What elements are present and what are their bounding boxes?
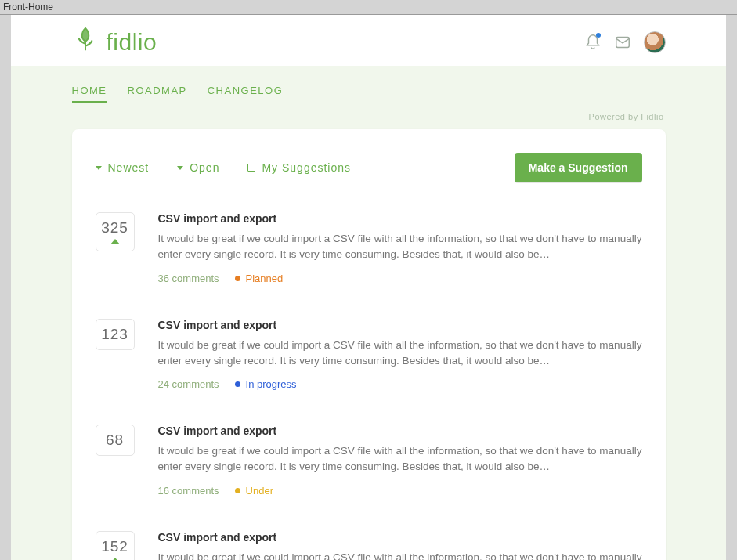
comment-count[interactable]: 36 comments [158,273,219,284]
vote-count: 123 [101,326,128,343]
svg-rect-0 [616,37,629,47]
app-shell: fidlio HOMEROADMAPCHANGELOG Powered by F… [11,15,726,560]
status-dot-icon [235,488,240,493]
sort-filter[interactable]: Newest [96,161,150,174]
suggestion-body[interactable]: CSV import and exportIt would be great i… [158,531,642,561]
header: fidlio [72,15,666,66]
vote-count: 325 [101,219,128,237]
suggestion-body[interactable]: CSV import and exportIt would be great i… [158,425,642,497]
sort-filter-label: Newest [108,161,150,174]
status-filter-label: Open [190,161,219,174]
leaf-icon [72,26,99,58]
vote-box[interactable]: 152 [96,531,135,561]
status-label: Planned [246,273,284,284]
status-label: Under [246,485,273,497]
dropdown-icon [177,166,183,170]
comment-count[interactable]: 16 comments [158,485,219,497]
suggestion-title: CSV import and export [158,212,642,225]
nav-tab-home[interactable]: HOME [72,85,107,103]
browser-tab-title: Front-Home [0,0,737,15]
suggestion-description: It would be great if we could import a C… [158,338,642,370]
bell-icon[interactable] [584,34,602,51]
suggestion-body[interactable]: CSV import and exportIt would be great i… [158,212,642,284]
suggestion-description: It would be great if we could import a C… [158,231,642,263]
status-label: In progress [246,378,297,390]
make-suggestion-button[interactable]: Make a Suggestion [515,153,642,182]
suggestion-meta: 16 commentsUnder [158,485,642,497]
filter-bar: Newest Open My Suggestions Make a Sugges… [96,142,642,190]
suggestion-item: 123CSV import and exportIt would be grea… [96,319,642,391]
suggestion-body[interactable]: CSV import and exportIt would be great i… [158,319,642,391]
my-suggestions-filter[interactable]: My Suggestions [247,161,351,174]
suggestion-title: CSV import and export [158,531,642,544]
vote-box[interactable]: 325 [96,212,135,251]
status-filter[interactable]: Open [177,161,219,174]
vote-count: 152 [101,538,128,555]
mail-icon[interactable] [614,34,631,51]
suggestion-description: It would be great if we could import a C… [158,443,642,475]
suggestion-title: CSV import and export [158,425,642,437]
suggestion-item: 325CSV import and exportIt would be grea… [96,212,642,284]
suggestion-list: 325CSV import and exportIt would be grea… [96,212,642,560]
upvote-icon [110,239,120,244]
nav-tab-changelog[interactable]: CHANGELOG [208,85,284,103]
my-suggestions-label: My Suggestions [262,161,351,174]
suggestion-description: It would be great if we could import a C… [158,550,642,561]
checkbox-icon [247,164,255,172]
status-dot-icon [235,276,240,281]
notification-dot-icon [596,33,601,38]
vote-box[interactable]: 123 [96,319,135,350]
suggestions-card: Newest Open My Suggestions Make a Sugges… [72,129,666,560]
vote-box[interactable]: 68 [96,425,135,456]
suggestion-item: 152CSV import and exportIt would be grea… [96,531,642,561]
brand-name: fidlio [107,29,157,56]
status-badge: Under [235,485,273,497]
suggestion-meta: 24 commentsIn progress [158,378,642,390]
header-actions [584,31,666,53]
powered-by-label: Powered by Fidlio [72,109,666,129]
status-dot-icon [235,381,240,387]
suggestion-title: CSV import and export [158,319,642,331]
page-body: HOMEROADMAPCHANGELOG Powered by Fidlio N… [11,66,726,560]
upvote-icon [110,558,120,561]
status-badge: In progress [235,378,297,390]
vote-count: 68 [106,432,124,449]
comment-count[interactable]: 24 comments [158,378,219,390]
dropdown-icon [96,166,102,170]
suggestion-item: 68CSV import and exportIt would be great… [96,425,642,497]
suggestion-meta: 36 commentsPlanned [158,273,642,284]
main-nav: HOMEROADMAPCHANGELOG [72,66,666,109]
status-badge: Planned [235,273,284,284]
brand-logo[interactable]: fidlio [72,26,157,58]
avatar[interactable] [644,31,666,53]
nav-tab-roadmap[interactable]: ROADMAP [128,85,187,103]
